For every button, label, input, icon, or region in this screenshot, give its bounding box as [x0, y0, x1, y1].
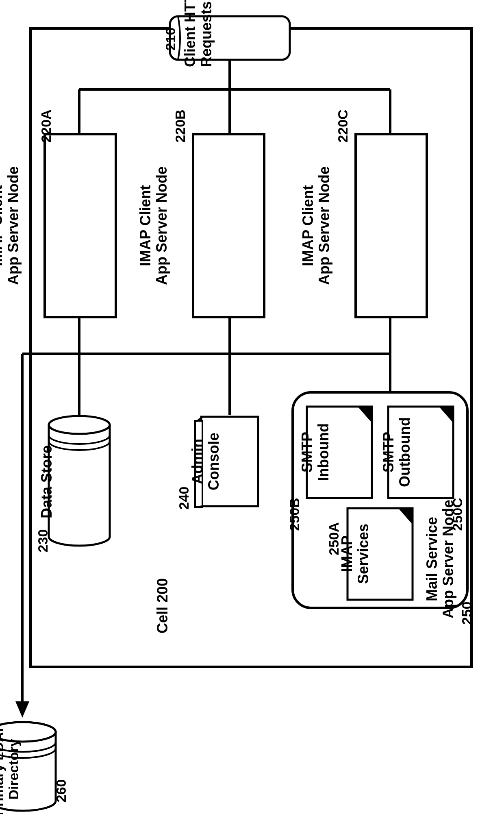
client-http-ref: 210 — [163, 23, 187, 55]
smtp-outbound-label: SMTP Outbound — [380, 414, 462, 491]
admin-console-ref: 240 — [176, 482, 201, 514]
arrow-to-ldap — [15, 701, 29, 718]
client-http-label: Client HTTP Requests — [182, 10, 280, 67]
admin-console-label: Admin Console — [189, 426, 271, 497]
smtp-inbound-ref: 250B — [287, 494, 311, 535]
data-store-label: Data Store — [39, 441, 120, 522]
imap-node-c-ref: 220C — [335, 102, 360, 150]
imap-node-b-label: IMAP Client App Server Node — [137, 161, 320, 291]
mail-service-ref: 250 — [459, 597, 484, 629]
imap-services-label: IMAP Services — [339, 517, 420, 590]
diagram-stage: Client HTTP Requests 210 IMAP Client App… — [0, 0, 504, 814]
ldap-label: Primary LDAP Directory — [0, 718, 56, 814]
imap-services-ref: 250A — [326, 518, 351, 559]
diagram-svg — [0, 0, 504, 814]
ldap-ref: 260 — [54, 775, 78, 807]
svg-point-17 — [49, 416, 110, 434]
imap-node-c-label: IMAP Client App Server Node — [300, 161, 483, 291]
data-store-ref: 230 — [35, 525, 60, 557]
smtp-inbound-label: SMTP Inbound — [299, 416, 380, 489]
imap-node-b-ref: 220B — [173, 102, 197, 150]
imap-node-a-ref: 220A — [39, 102, 63, 150]
cell-label: Cell 200 — [154, 569, 179, 642]
